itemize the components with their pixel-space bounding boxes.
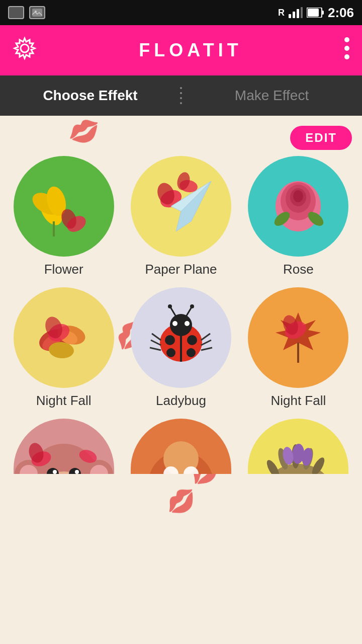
phone-icon <box>8 6 24 19</box>
flower-label: Flower <box>44 262 83 277</box>
night-fall-2-illustration <box>258 297 338 378</box>
svg-point-51 <box>172 321 177 326</box>
app-title: FLOATIT <box>139 40 242 61</box>
status-bar: R 2:06 <box>0 0 362 25</box>
ladybug-circle <box>131 287 231 388</box>
svg-point-12 <box>344 54 349 59</box>
tab-choose-effekt[interactable]: Choose Effekt <box>0 75 180 116</box>
effect-monkey-partial[interactable] <box>10 419 117 474</box>
svg-line-53 <box>151 340 161 345</box>
effect-night-fall-2[interactable]: Night Fall <box>245 287 352 409</box>
signal-icon <box>289 7 303 18</box>
effect-flower[interactable]: Flower <box>10 156 117 277</box>
effects-grid: Flower Paper Plane <box>10 156 352 409</box>
effect-paper-plane[interactable]: Paper Plane <box>127 156 234 277</box>
svg-line-56 <box>201 348 212 350</box>
svg-rect-2 <box>289 14 291 18</box>
svg-line-55 <box>201 340 211 345</box>
signal-indicator: R <box>278 8 285 18</box>
night-fall-1-label: Night Fall <box>36 393 92 409</box>
time-display: 2:06 <box>328 5 354 21</box>
night-fall-1-circle <box>14 287 114 388</box>
settings-button[interactable] <box>12 36 37 65</box>
effect-hedgehog-partial[interactable] <box>245 419 352 474</box>
svg-rect-7 <box>322 11 324 15</box>
effect-ladybug[interactable]: Ladybug <box>127 287 234 409</box>
rose-illustration <box>258 166 338 247</box>
ladybug-label: Ladybug <box>156 393 206 409</box>
effect-night-fall-1[interactable]: Night Fall <box>10 287 117 409</box>
image-icon <box>29 6 45 19</box>
effect-ladybug2-partial[interactable] <box>127 419 234 474</box>
tab-bar: Choose Effekt Make Effect <box>0 75 362 116</box>
svg-point-52 <box>185 321 190 326</box>
svg-line-54 <box>150 348 161 350</box>
effect-rose[interactable]: Rose <box>245 156 352 277</box>
paper-plane-label: Paper Plane <box>145 262 217 277</box>
svg-line-57 <box>152 334 161 340</box>
app-header: FLOATIT <box>0 25 362 75</box>
kiss-decoration-2: 💋 <box>67 115 101 147</box>
night-fall-2-label: Night Fall <box>270 393 326 409</box>
svg-point-11 <box>344 46 349 51</box>
partial-effects-row <box>10 419 352 474</box>
svg-rect-0 <box>32 9 42 17</box>
rose-circle <box>248 156 348 257</box>
edit-button[interactable]: EDIT <box>290 126 352 150</box>
paper-plane-illustration <box>141 166 221 247</box>
svg-point-44 <box>187 335 197 345</box>
svg-point-10 <box>344 37 349 42</box>
rose-label: Rose <box>283 262 314 277</box>
svg-point-70 <box>53 470 57 474</box>
svg-point-71 <box>75 470 79 474</box>
svg-line-58 <box>201 334 210 340</box>
flower-circle <box>14 156 114 257</box>
paper-plane-circle <box>131 156 231 257</box>
svg-point-9 <box>21 44 29 52</box>
more-options-button[interactable] <box>344 36 350 65</box>
flower-illustration <box>24 166 104 247</box>
monkey-illustration <box>14 419 114 474</box>
svg-rect-8 <box>308 9 319 17</box>
effects-content: EDIT 💋 💋 💋 Flower <box>0 116 362 514</box>
svg-point-50 <box>190 304 194 308</box>
ladybug-illustration <box>141 297 221 378</box>
svg-rect-4 <box>297 9 299 18</box>
svg-point-43 <box>165 335 175 345</box>
svg-point-46 <box>187 348 196 357</box>
night-fall-1-illustration <box>24 297 104 378</box>
hedgehog-illustration <box>248 419 348 474</box>
svg-rect-5 <box>301 7 303 18</box>
svg-point-49 <box>168 304 172 308</box>
bottom-kiss-mark: 💋 <box>167 488 195 514</box>
ladybug2-illustration <box>131 419 231 474</box>
tab-make-effect[interactable]: Make Effect <box>182 75 362 116</box>
battery-icon <box>307 8 324 18</box>
svg-point-45 <box>166 348 175 357</box>
svg-point-30 <box>293 190 303 202</box>
night-fall-2-circle <box>248 287 348 388</box>
svg-rect-3 <box>293 12 295 18</box>
